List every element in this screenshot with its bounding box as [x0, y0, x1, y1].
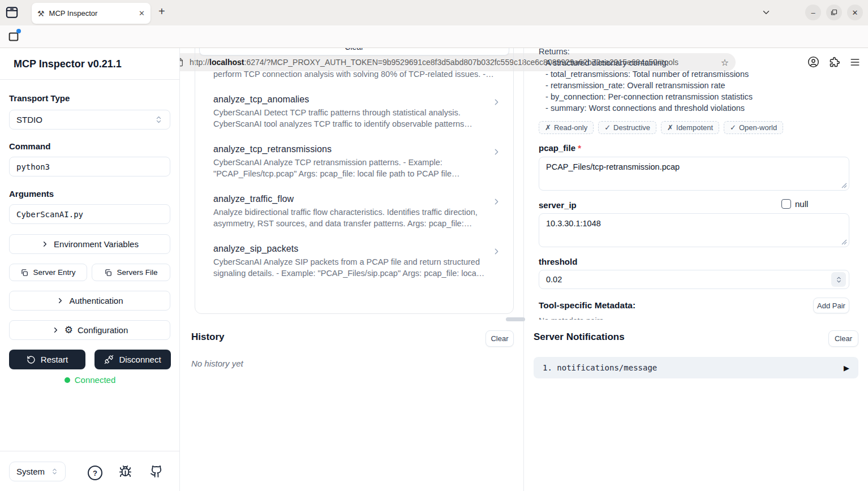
browser-window-icon[interactable]: [7, 31, 20, 43]
connection-status: Connected: [0, 375, 180, 385]
new-tab-button[interactable]: +: [158, 5, 165, 18]
resize-grip-icon[interactable]: [841, 239, 847, 245]
theme-select[interactable]: System: [9, 462, 66, 481]
sidebar-divider: [0, 79, 179, 80]
tab-close-icon[interactable]: ✕: [139, 9, 145, 18]
server-ip-field-wrap: 10.3.30.1:1048: [539, 213, 849, 247]
badge-mark: ✗: [545, 123, 551, 132]
notifications-clear-button[interactable]: Clear: [828, 330, 858, 347]
chevron-right-icon: [51, 326, 60, 334]
tab-title: MCP Inspector: [49, 9, 139, 18]
browser-navbar: http://localhost:6274/?MCP_PROXY_AUTH_TO…: [0, 25, 868, 48]
required-asterisk: *: [578, 143, 581, 153]
configuration-label: Configuration: [78, 325, 128, 335]
window-maximize-button[interactable]: [826, 5, 842, 20]
returns-line: A structured dictionary containing:: [539, 57, 856, 68]
tool-item[interactable]: analyze_tcp_anomalies CyberScanAI Detect…: [213, 94, 508, 130]
sidebar: MCP Inspector v0.21.1 Transport Type STD…: [0, 48, 180, 491]
environment-variables-button[interactable]: Environment Variables: [9, 234, 170, 254]
copy-icon: [20, 269, 28, 277]
badge-read-only: ✗Read-only: [539, 121, 594, 134]
window-close-button[interactable]: ✕: [847, 5, 863, 20]
notification-item[interactable]: 1. notifications/message ▶: [534, 357, 858, 378]
tool-description: CyberScanAI Detect TCP traffic patterns …: [213, 107, 485, 130]
status-dot-icon: [65, 377, 70, 383]
chevron-right-icon: [492, 247, 501, 256]
badge-destructive: ✓Destructive: [598, 121, 656, 134]
pcap-file-textarea[interactable]: PCAP_Files/tcp-retransmission.pcap: [539, 157, 849, 191]
arguments-field-wrap: [9, 204, 170, 224]
tool-name[interactable]: analyze_tcp_anomalies: [213, 94, 508, 105]
firefox-view-icon[interactable]: [5, 5, 19, 20]
tool-item[interactable]: analyze_tcp_retransmissions CyberScanAI …: [213, 144, 508, 179]
returns-line: Returns:: [539, 48, 856, 57]
sidebar-footer-divider: [0, 451, 179, 451]
transport-type-select[interactable]: STDIO: [9, 110, 170, 130]
tool-description: CyberScanAI Analyze SIP packets from a P…: [213, 256, 485, 279]
history-clear-button[interactable]: Clear: [485, 330, 514, 347]
environment-variables-label: Environment Variables: [54, 239, 139, 249]
pcap-file-label: pcap_file *: [539, 143, 581, 153]
play-icon[interactable]: ▶: [844, 364, 849, 372]
tool-name[interactable]: analyze_tcp_retransmissions: [213, 144, 508, 154]
tool-item[interactable]: analyze_traffic_flow Analyze bidirection…: [213, 194, 508, 229]
metadata-empty-text: No metadata pairs: [539, 316, 603, 320]
server-ip-label: server_ip: [539, 200, 577, 210]
tool-item[interactable]: analyze_sip_packets CyberScanAI Analyze …: [213, 244, 508, 279]
splitter-handle[interactable]: [506, 317, 525, 321]
help-icon[interactable]: ?: [88, 466, 102, 480]
chevron-right-icon: [492, 197, 501, 206]
gear-icon: ⚙: [65, 325, 73, 335]
arguments-label: Arguments: [9, 189, 54, 199]
chevron-right-icon: [41, 240, 49, 248]
metadata-label: Tool-specific Metadata:: [539, 300, 635, 311]
notification-dot: [16, 29, 21, 33]
number-stepper[interactable]: [831, 272, 846, 287]
command-input[interactable]: [9, 157, 170, 176]
server-entry-button[interactable]: Server Entry: [9, 264, 87, 281]
add-pair-button[interactable]: Add Pair: [813, 298, 849, 313]
configuration-button[interactable]: ⚙ Configuration: [9, 320, 170, 340]
authentication-button[interactable]: Authentication: [9, 291, 170, 311]
theme-value: System: [16, 467, 51, 476]
history-title: History: [191, 331, 225, 343]
restart-button[interactable]: Restart: [9, 350, 85, 369]
disconnect-button[interactable]: Disconnect: [94, 350, 171, 369]
returns-line: - total_retransmissions: Total number of…: [539, 68, 856, 80]
window-minimize-button[interactable]: –: [805, 5, 821, 20]
threshold-value: 0.02: [546, 275, 831, 284]
null-checkbox[interactable]: [781, 199, 791, 209]
disconnect-label: Disconnect: [119, 355, 161, 364]
tool-name[interactable]: analyze_traffic_flow: [213, 194, 508, 204]
notifications-title: Server Notifications: [534, 331, 625, 343]
pcap-file-label-text: pcap_file: [539, 143, 575, 153]
server-ip-textarea[interactable]: 10.3.30.1:1048: [539, 213, 849, 247]
server-entry-label: Server Entry: [33, 268, 75, 277]
arguments-input[interactable]: [9, 204, 170, 224]
returns-line: - retransmission_rate: Overall retransmi…: [539, 80, 856, 91]
status-label: Connected: [75, 375, 116, 385]
history-empty-text: No history yet: [191, 359, 243, 368]
tool-description-partial: perform TCP connection analysis with sol…: [213, 68, 508, 80]
servers-file-button[interactable]: Servers File: [92, 264, 170, 281]
tools-clear-button[interactable]: Clear: [199, 48, 509, 55]
threshold-input[interactable]: 0.02: [539, 270, 849, 289]
tab-list-chevron-icon[interactable]: [761, 7, 771, 18]
tool-description: Analyze bidirectional traffic flow chara…: [213, 206, 485, 229]
copy-icon: [104, 269, 112, 277]
null-checkbox-group[interactable]: null: [781, 199, 808, 209]
threshold-label: threshold: [539, 257, 577, 266]
chevron-right-icon: [492, 147, 501, 157]
history-region: History Clear No history yet: [180, 322, 523, 491]
badge-open-world: ✓Open-world: [724, 121, 783, 134]
authentication-label: Authentication: [69, 296, 123, 305]
select-updown-icon: [51, 468, 58, 475]
bug-icon[interactable]: [119, 465, 132, 478]
servers-file-label: Servers File: [117, 268, 157, 277]
tool-description: CyberScanAI Analyze TCP retransmission p…: [213, 157, 485, 179]
tool-name[interactable]: analyze_sip_packets: [213, 244, 508, 254]
tool-attribute-badges: ✗Read-only ✓Destructive ✗Idempotent ✓Ope…: [539, 121, 783, 134]
resize-grip-icon[interactable]: [841, 183, 847, 188]
github-icon[interactable]: [150, 465, 163, 478]
browser-tab[interactable]: ⚒ MCP Inspector ✕: [32, 3, 151, 24]
